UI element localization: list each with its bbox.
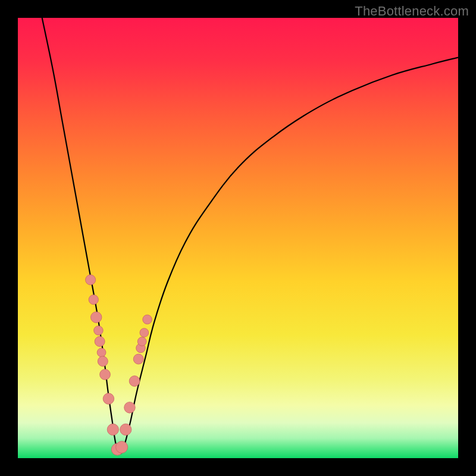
sample-point xyxy=(89,295,98,304)
sample-point xyxy=(120,424,131,435)
sample-point xyxy=(116,441,128,453)
sample-point xyxy=(129,376,140,387)
sample-point xyxy=(107,424,118,435)
sample-points-group xyxy=(86,275,152,455)
sample-point xyxy=(143,315,152,324)
sample-point xyxy=(97,348,106,357)
sample-point xyxy=(140,328,149,337)
chart-svg xyxy=(18,18,458,458)
sample-point xyxy=(124,402,136,414)
bottleneck-curve xyxy=(42,18,458,454)
sample-point xyxy=(133,354,143,364)
sample-point xyxy=(86,275,96,285)
watermark-text: TheBottleneck.com xyxy=(355,4,469,19)
sample-point xyxy=(95,336,105,346)
sample-point xyxy=(98,356,108,367)
sample-point xyxy=(100,369,111,380)
plot-area xyxy=(18,18,458,458)
sample-point xyxy=(94,326,104,336)
sample-point xyxy=(90,312,102,323)
chart-frame: TheBottleneck.com xyxy=(0,0,476,476)
sample-point xyxy=(103,393,114,405)
sample-point xyxy=(137,337,146,346)
